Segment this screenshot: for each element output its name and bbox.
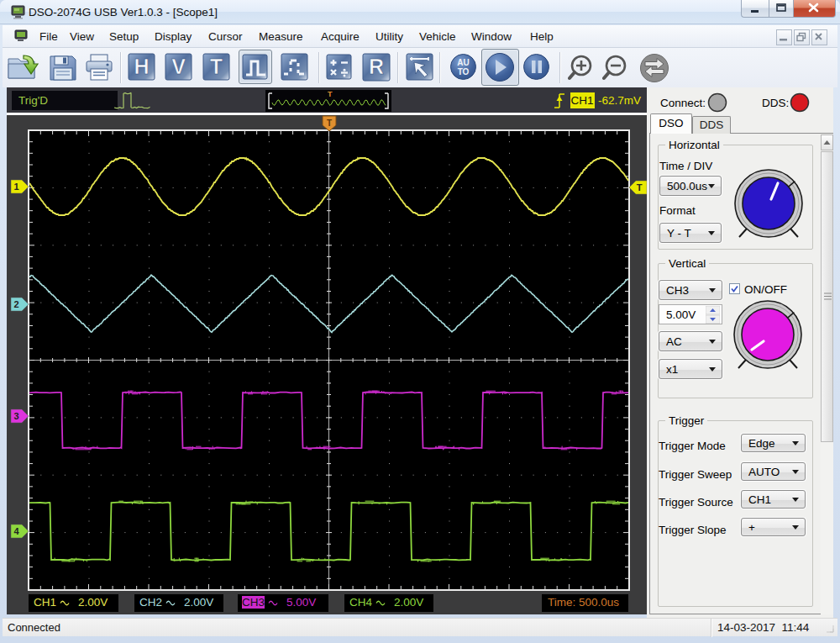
svg-text:AU: AU (457, 58, 469, 67)
svg-text:R: R (369, 55, 384, 78)
svg-text:V: V (171, 55, 186, 78)
svg-text:3: 3 (13, 411, 18, 421)
svg-text:T: T (210, 55, 223, 78)
svg-text:H: H (134, 55, 149, 78)
svg-text:CH1: CH1 (570, 94, 593, 107)
svg-text:T: T (637, 182, 643, 192)
svg-text:TO: TO (458, 67, 470, 76)
svg-text:4: 4 (13, 526, 19, 536)
svg-text:-62.7mV: -62.7mV (598, 94, 641, 107)
svg-text:T: T (327, 119, 332, 128)
svg-text:1: 1 (13, 182, 18, 192)
svg-text:T: T (328, 90, 333, 98)
svg-text:Trig'D: Trig'D (18, 94, 48, 107)
svg-text:2: 2 (13, 299, 18, 309)
